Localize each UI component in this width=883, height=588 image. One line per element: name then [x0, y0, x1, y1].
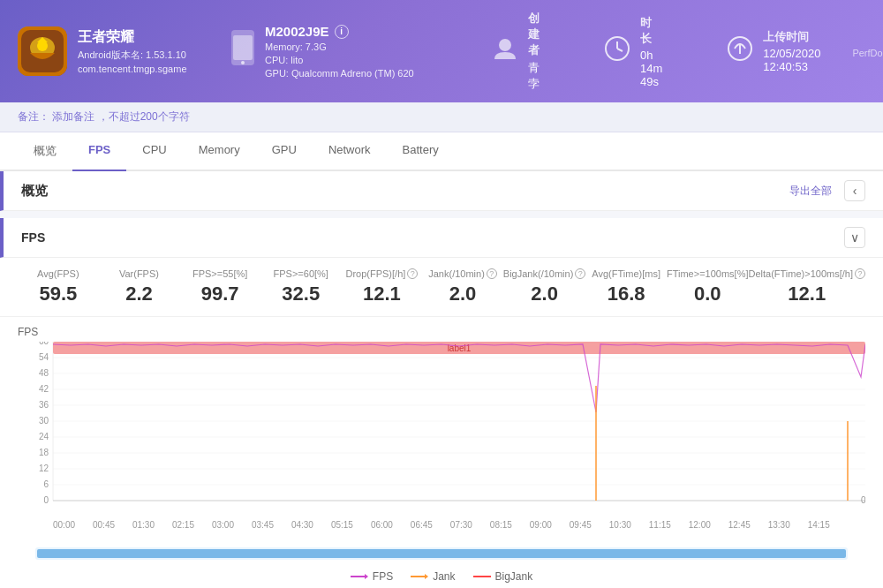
- legend-fps-icon: [351, 572, 368, 581]
- svg-marker-43: [365, 574, 368, 579]
- delta-ftime-help-icon[interactable]: ?: [855, 268, 865, 279]
- legend-jank-icon: [411, 572, 428, 581]
- stat-var-fps-value: 2.2: [99, 283, 180, 305]
- stat-var-fps: Var(FPS) 2.2: [99, 268, 180, 305]
- app-package: com.tencent.tmgp.sgame: [78, 64, 187, 74]
- tab-overview[interactable]: 概览: [18, 132, 72, 171]
- upload-label: 上传时间: [763, 30, 809, 43]
- stat-avg-fps-label: Avg(FPS): [18, 268, 99, 279]
- tab-network[interactable]: Network: [313, 132, 387, 171]
- device-info: M2002J9E i Memory: 7.3G CPU: lito GPU: Q…: [265, 24, 442, 79]
- app-name: 王者荣耀: [78, 28, 187, 47]
- upload-value: 12/05/2020 12:40:53: [763, 47, 820, 73]
- stat-drop-fps-value: 12.1: [342, 283, 423, 305]
- device-model: M2002J9E: [265, 24, 329, 39]
- scrollbar-thumb[interactable]: [37, 549, 846, 558]
- overview-section-header: 概览 导出全部 ‹: [0, 171, 883, 211]
- app-info: 王者荣耀 Android版本名: 1.53.1.10 com.tencent.t…: [18, 26, 194, 76]
- fps-section-header: FPS ∨: [0, 218, 883, 258]
- stat-bigjank-value: 2.0: [503, 283, 585, 305]
- stat-avg-ftime-value: 16.8: [585, 283, 667, 305]
- main-content: 概览 导出全部 ‹ FPS ∨ Avg(FPS) 59.5 Var(FPS) 2…: [0, 171, 883, 588]
- svg-point-7: [499, 39, 511, 51]
- chart-area[interactable]: 0 6 12 18 24 30 36 42 48 54 60 0 2: [18, 342, 865, 518]
- device-info-icon[interactable]: i: [335, 25, 349, 39]
- stat-drop-fps: Drop(FPS)[/h] ? 12.1: [342, 268, 423, 305]
- chart-scrollbar[interactable]: [35, 547, 848, 560]
- device-block: M2002J9E i Memory: 7.3G CPU: lito GPU: Q…: [230, 24, 442, 79]
- stat-var-fps-label: Var(FPS): [99, 268, 180, 279]
- creator-label: 创建者: [528, 11, 540, 57]
- upload-block: 上传时间 12/05/2020 12:40:53: [712, 29, 834, 73]
- svg-marker-45: [425, 574, 428, 579]
- notes-suffix: ，不超过200个字符: [98, 110, 190, 123]
- fps-collapse-button[interactable]: ∨: [844, 227, 865, 248]
- fps-section: FPS ∨ Avg(FPS) 59.5 Var(FPS) 2.2 FPS>=55…: [0, 218, 883, 588]
- upload-icon: [726, 34, 754, 69]
- fps-stats-row: Avg(FPS) 59.5 Var(FPS) 2.2 FPS>=55[%] 99…: [0, 258, 883, 317]
- duration-block: 时长 0h 14m 49s: [589, 15, 676, 88]
- tab-gpu[interactable]: GPU: [256, 132, 313, 171]
- svg-text:18: 18: [39, 448, 49, 457]
- svg-text:36: 36: [39, 400, 49, 410]
- fps-title: FPS: [21, 230, 45, 245]
- duration-label: 时长: [640, 16, 652, 45]
- svg-text:60: 60: [39, 342, 49, 346]
- app-android-version: Android版本名: 1.53.1.10: [78, 49, 187, 62]
- svg-text:48: 48: [39, 368, 49, 378]
- legend-jank-label: Jank: [433, 570, 455, 583]
- export-all-button[interactable]: 导出全部: [789, 184, 832, 199]
- nav-tabs: 概览 FPS CPU Memory GPU Network Battery: [0, 132, 883, 171]
- overview-title: 概览: [21, 183, 48, 200]
- stat-bigjank: BigJank(/10min) ? 2.0: [503, 268, 585, 305]
- stat-delta-ftime: Delta(FTime)>100ms[/h] ? 12.1: [748, 268, 865, 305]
- svg-text:42: 42: [39, 384, 49, 394]
- tab-battery[interactable]: Battery: [387, 132, 455, 171]
- notes-action[interactable]: 添加备注: [52, 110, 94, 123]
- overview-collapse-button[interactable]: ‹: [844, 180, 865, 201]
- stat-avg-fps-value: 59.5: [18, 283, 99, 305]
- stat-jank: Jank(/10min) ? 2.0: [422, 268, 503, 305]
- notes-bar: 备注： 添加备注 ，不超过200个字符: [0, 102, 883, 132]
- header: 王者荣耀 Android版本名: 1.53.1.10 com.tencent.t…: [0, 0, 883, 102]
- stat-drop-fps-label: Drop(FPS)[/h] ?: [342, 268, 423, 279]
- stat-ftime-100: FTime>=100ms[%] 0.0: [667, 268, 749, 305]
- svg-text:0: 0: [861, 495, 865, 505]
- creator-block: 创建者 青孛: [477, 11, 554, 92]
- stat-delta-ftime-value: 12.1: [748, 283, 865, 305]
- svg-text:6: 6: [43, 479, 49, 489]
- stat-fps55: FPS>=55[%] 99.7: [179, 268, 260, 305]
- device-gpu: GPU: Qualcomm Adreno (TM) 620: [265, 68, 442, 79]
- stat-ftime-100-value: 0.0: [667, 283, 749, 305]
- jank-help-icon[interactable]: ?: [487, 268, 497, 279]
- svg-text:30: 30: [39, 416, 49, 426]
- stat-delta-ftime-label: Delta(FTime)>100ms[/h] ?: [748, 268, 865, 279]
- stat-ftime-100-label: FTime>=100ms[%]: [667, 268, 749, 279]
- stat-avg-ftime: Avg(FTime)[ms] 16.8: [585, 268, 667, 305]
- chart-legend: FPS Jank BigJank: [0, 563, 883, 588]
- creator-icon: [491, 34, 519, 69]
- stat-fps60: FPS>=60[%] 32.5: [260, 268, 342, 305]
- stat-avg-fps: Avg(FPS) 59.5: [18, 268, 99, 305]
- chart-container: FPS: [0, 317, 883, 547]
- upload-text: 上传时间 12/05/2020 12:40:53: [763, 29, 820, 73]
- tab-fps[interactable]: FPS: [72, 132, 126, 171]
- device-memory: Memory: 7.3G: [265, 41, 442, 52]
- bigjank-help-icon[interactable]: ?: [575, 268, 585, 279]
- tab-memory[interactable]: Memory: [183, 132, 256, 171]
- drop-fps-help-icon[interactable]: ?: [407, 268, 418, 279]
- device-cpu: CPU: lito: [265, 55, 442, 65]
- legend-bigjank: BigJank: [473, 570, 533, 583]
- duration-text: 时长 0h 14m 49s: [640, 15, 662, 88]
- device-icon: [230, 30, 256, 72]
- svg-rect-5: [233, 35, 253, 60]
- creator-value: 青孛: [528, 60, 540, 92]
- duration-icon: [603, 34, 631, 69]
- legend-jank: Jank: [411, 570, 455, 583]
- legend-bigjank-label: BigJank: [495, 570, 533, 583]
- device-name-row: M2002J9E i: [265, 24, 442, 39]
- upload-source: ⓘ 数据由PerfDog(3.4.200310)版本收集: [852, 32, 883, 72]
- source-text: ⓘ 数据由PerfDog(3.4.200310)版本收集: [852, 34, 883, 72]
- tab-cpu[interactable]: CPU: [126, 132, 182, 171]
- svg-text:12: 12: [39, 464, 49, 473]
